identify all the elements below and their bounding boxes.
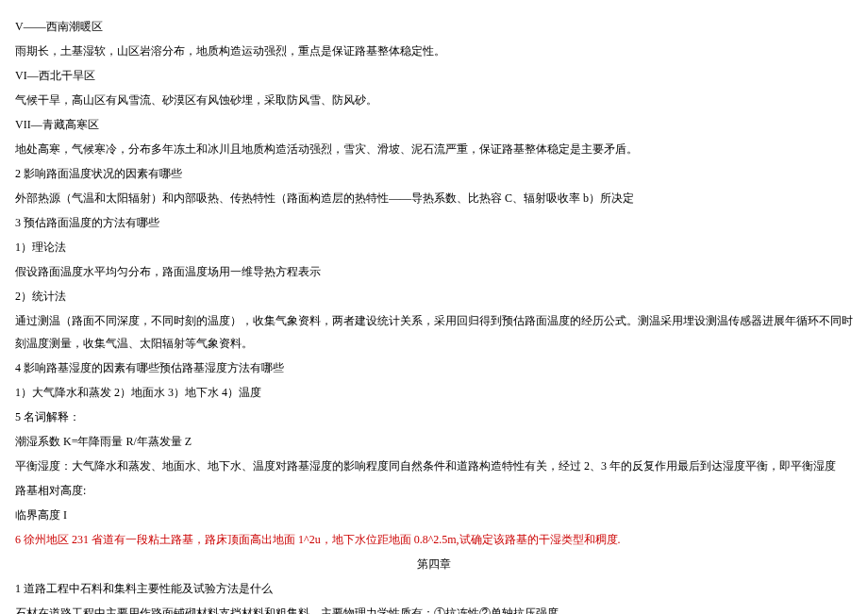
text-line: 6 徐州地区 231 省道有一段粘土路基，路床顶面高出地面 1^2u，地下水位距… [15,528,853,551]
text-line: 1）大气降水和蒸发 2）地面水 3）地下水 4）温度 [15,381,853,404]
text-line: 潮湿系数 K=年降雨量 R/年蒸发量 Z [15,430,853,453]
text-line: 临界高度 I [15,504,853,526]
text-line: 地处高寒，气候寒冷，分布多年冻土和冰川且地质构造活动强烈，雪灾、滑坡、泥石流严重… [15,138,853,160]
document-body: V——西南潮暖区雨期长，土基湿软，山区岩溶分布，地质构造运动强烈，重点是保证路基… [15,15,853,614]
text-line: 1）理论法 [15,236,853,258]
text-line: 气候干旱，高山区有风雪流、砂漠区有风蚀砂埋，采取防风雪、防风砂。 [15,89,853,111]
text-line: 2 影响路面温度状况的因素有哪些 [15,162,853,185]
text-line: 2）统计法 [15,285,853,307]
text-line: 3 预估路面温度的方法有哪些 [15,211,853,234]
text-line: 石材在道路工程中主要用作路面铺砌材料支挡材料和粗集料。主要物理力学性质有：①抗冻… [15,602,853,614]
text-line: 路基相对高度: [15,479,853,502]
text-line: 通过测温（路面不同深度，不同时刻的温度），收集气象资料，两者建设统计关系，采用回… [15,309,853,355]
text-line: 雨期长，土基湿软，山区岩溶分布，地质构造运动强烈，重点是保证路基整体稳定性。 [15,40,853,62]
text-line: 假设路面温度水平均匀分布，路面温度场用一维导热方程表示 [15,260,853,283]
text-line: 平衡湿度：大气降水和蒸发、地面水、地下水、温度对路基湿度的影响程度同自然条件和道… [15,455,853,477]
text-line: V——西南潮暖区 [15,15,853,38]
text-line: VII—青藏高寒区 [15,113,853,136]
text-line: VI—西北干旱区 [15,64,853,87]
text-line: 5 名词解释： [15,406,853,428]
text-line: 4 影响路基湿度的因素有哪些预估路基湿度方法有哪些 [15,357,853,379]
text-line: 第四章 [15,553,853,575]
text-line: 1 道路工程中石料和集料主要性能及试验方法是什么 [15,577,853,600]
text-line: 外部热源（气温和太阳辐射）和内部吸热、传热特性（路面构造层的热特性——导热系数、… [15,187,853,209]
